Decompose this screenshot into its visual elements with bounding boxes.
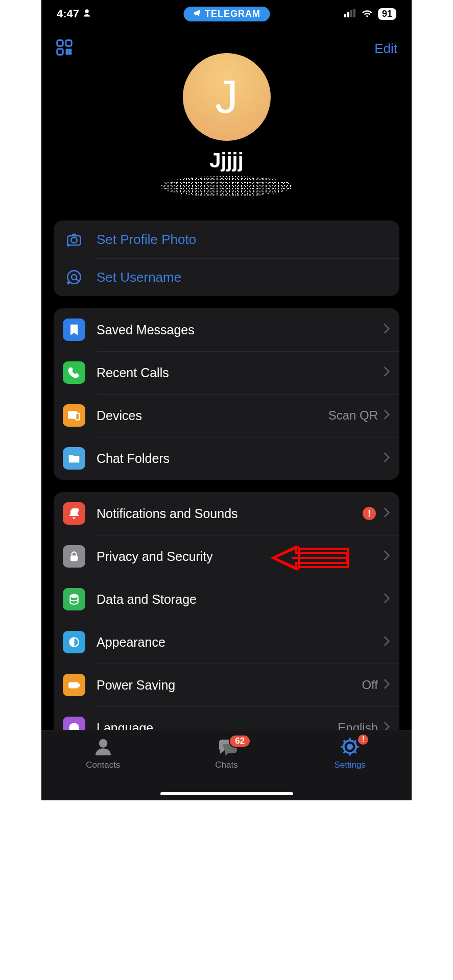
tab-chats[interactable]: 62 Chats — [165, 736, 288, 800]
privacy-label: Privacy and Security — [97, 549, 383, 564]
chevron-right-icon — [383, 451, 390, 466]
appearance-icon — [63, 631, 85, 653]
row-language[interactable]: Language English — [54, 706, 399, 730]
status-right: 91 — [344, 7, 396, 20]
tab-contacts-label: Contacts — [86, 760, 120, 770]
svg-point-17 — [71, 275, 77, 280]
chevron-right-icon — [383, 365, 390, 380]
tab-bar: Contacts 62 Chats ! Settings — [41, 730, 412, 800]
svg-rect-21 — [76, 413, 80, 420]
chevron-right-icon — [383, 592, 390, 607]
app-pill-label: TELEGRAM — [205, 9, 260, 19]
tab-contacts[interactable]: Contacts — [42, 736, 164, 800]
bell-icon — [63, 502, 85, 525]
language-label: Language — [97, 721, 338, 730]
chats-badge: 62 — [229, 734, 251, 748]
svg-point-13 — [71, 237, 77, 243]
folder-icon — [63, 447, 85, 470]
status-left: 4:47 — [57, 7, 91, 20]
settings-alert-badge: ! — [357, 733, 369, 746]
row-power-saving[interactable]: Power Saving Off — [54, 664, 399, 706]
status-time: 4:47 — [57, 7, 79, 20]
svg-rect-20 — [68, 411, 76, 418]
edit-button[interactable]: Edit — [374, 41, 397, 57]
svg-rect-23 — [71, 556, 78, 561]
row-notifications[interactable]: Notifications and Sounds ! — [54, 492, 399, 535]
power-saving-value: Off — [362, 678, 378, 692]
row-appearance[interactable]: Appearance — [54, 621, 399, 664]
display-name: Jjjjj — [41, 149, 412, 172]
saved-messages-label: Saved Messages — [97, 323, 383, 337]
globe-icon — [63, 717, 85, 730]
status-bar: 4:47 TELEGRAM 91 — [41, 0, 412, 28]
svg-point-8 — [66, 50, 68, 52]
language-value: English — [338, 721, 378, 730]
svg-point-11 — [69, 52, 71, 54]
svg-point-22 — [75, 508, 79, 512]
chevron-right-icon — [383, 506, 390, 521]
svg-rect-5 — [57, 40, 63, 46]
phone-screen: 4:47 TELEGRAM 91 — [41, 0, 412, 800]
devices-label: Devices — [97, 408, 328, 423]
row-recent-calls[interactable]: Recent Calls — [54, 351, 399, 394]
row-data-storage[interactable]: Data and Storage — [54, 578, 399, 621]
section-settings: Notifications and Sounds ! Privacy and S… — [54, 492, 399, 730]
chevron-right-icon — [383, 678, 390, 693]
svg-point-9 — [69, 50, 71, 52]
lock-icon — [63, 545, 85, 568]
svg-point-30 — [72, 723, 76, 730]
alert-badge: ! — [363, 507, 376, 520]
row-set-username[interactable]: Set Username — [54, 258, 399, 296]
svg-rect-1 — [344, 14, 346, 17]
phone-icon — [63, 361, 85, 384]
svg-rect-27 — [79, 684, 80, 686]
svg-point-33 — [99, 739, 107, 748]
svg-point-0 — [85, 9, 89, 13]
svg-point-16 — [67, 271, 81, 284]
svg-rect-7 — [57, 49, 63, 55]
telegram-send-icon — [193, 9, 201, 19]
svg-rect-6 — [66, 40, 71, 46]
contacts-icon — [92, 736, 114, 758]
row-saved-messages[interactable]: Saved Messages — [54, 308, 399, 351]
phone-number-redacted — [160, 175, 293, 198]
svg-point-35 — [348, 745, 352, 749]
chevron-right-icon — [383, 549, 390, 564]
svg-point-10 — [66, 52, 68, 54]
tab-settings-label: Settings — [334, 760, 365, 770]
recent-calls-label: Recent Calls — [97, 365, 383, 380]
row-chat-folders[interactable]: Chat Folders — [54, 437, 399, 480]
svg-rect-2 — [347, 12, 349, 17]
devices-value: Scan QR — [328, 408, 378, 423]
wifi-icon — [362, 7, 373, 20]
row-devices[interactable]: Devices Scan QR — [54, 394, 399, 437]
chevron-right-icon — [383, 323, 390, 337]
appearance-label: Appearance — [97, 635, 383, 650]
avatar[interactable]: J — [183, 53, 271, 141]
chevron-right-icon — [383, 635, 390, 650]
svg-rect-3 — [350, 10, 352, 17]
at-icon — [63, 268, 85, 286]
home-indicator — [160, 792, 293, 795]
data-storage-label: Data and Storage — [97, 592, 383, 607]
power-saving-label: Power Saving — [97, 678, 362, 693]
devices-icon — [63, 404, 85, 427]
chevron-right-icon — [383, 721, 390, 730]
svg-rect-4 — [353, 9, 355, 17]
database-icon — [63, 588, 85, 610]
row-set-profile-photo[interactable]: Set Profile Photo — [54, 220, 399, 258]
profile-header: J Jjjjj — [41, 53, 412, 198]
camera-icon — [63, 231, 85, 248]
battery-indicator: 91 — [378, 8, 396, 20]
tab-settings[interactable]: ! Settings — [289, 736, 411, 800]
app-pill[interactable]: TELEGRAM — [183, 7, 270, 21]
section-general: Saved Messages Recent Calls Devices Scan… — [54, 308, 399, 480]
row-privacy-security[interactable]: Privacy and Security — [54, 535, 399, 578]
tab-chats-label: Chats — [215, 760, 237, 770]
svg-point-24 — [70, 594, 78, 598]
avatar-letter: J — [215, 71, 238, 124]
set-username-label: Set Username — [97, 270, 181, 285]
bookmark-icon — [63, 318, 85, 341]
chat-folders-label: Chat Folders — [97, 451, 383, 466]
qr-icon[interactable] — [56, 39, 73, 58]
